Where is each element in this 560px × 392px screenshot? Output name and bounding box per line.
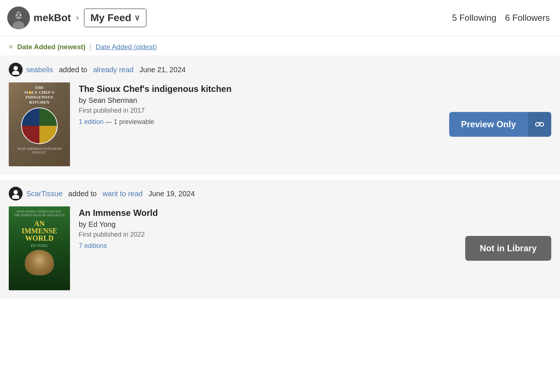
activity-date-1: June 21, 2024 (139, 66, 186, 74)
book-row-2: HOW ANIMAL SENSES REVEALTHE HIDDEN REALM… (9, 206, 551, 290)
book-title-2[interactable]: An Immense World (79, 208, 456, 218)
book-cover-1[interactable]: THESI◆UX CHEF'SINDIGENOUSKITCHEN SEAN SH… (9, 82, 70, 166)
svg-point-9 (540, 123, 544, 126)
followers-count[interactable]: 6 Followers (505, 13, 550, 23)
header-left: mekBot › My Feed ∨ (7, 7, 452, 29)
svg-point-12 (12, 195, 19, 199)
user-avatar-1 (9, 63, 23, 77)
feed-item-1: seabelis added to already read June 21, … (0, 55, 560, 175)
book-author-2: by Ed Yong (79, 220, 456, 229)
sort-icon: ≡ (9, 43, 13, 51)
book-action-1: Preview Only (449, 112, 551, 137)
book-pub-1: First published in 2017 (79, 107, 440, 115)
book-info-2: An Immense World by Ed Yong First publis… (79, 206, 456, 250)
feed-list: seabelis added to already read June 21, … (0, 55, 560, 299)
feed-activity-1: seabelis added to already read June 21, … (9, 63, 551, 77)
book-action-2: Not in Library (465, 236, 551, 261)
activity-verb-1: added to (59, 66, 87, 74)
header-stats: 5 Following 6 Followers (452, 13, 550, 23)
book-cover-2[interactable]: HOW ANIMAL SENSES REVEALTHE HIDDEN REALM… (9, 206, 70, 290)
following-count[interactable]: 5 Following (452, 13, 496, 23)
preview-only-button[interactable]: Preview Only (449, 112, 528, 137)
username-label: mekBot (34, 12, 71, 24)
activity-verb-2: added to (68, 190, 97, 198)
page-header: mekBot › My Feed ∨ 5 Following 6 Followe… (0, 0, 560, 36)
svg-point-11 (13, 190, 18, 194)
book-editions-2[interactable]: 7 editions (79, 242, 456, 250)
sort-divider: | (90, 43, 92, 51)
user-avatar-2 (9, 187, 23, 201)
audio-button[interactable] (528, 112, 551, 137)
feed-user-2[interactable]: ScarTissue (26, 190, 62, 198)
book-info-1: The Sioux Chef's indigenous kitchen by S… (79, 82, 440, 126)
sort-active: Date Added (newest) (17, 43, 85, 51)
svg-point-7 (12, 71, 19, 75)
svg-point-6 (13, 66, 18, 70)
book-author-1: by Sean Sherman (79, 96, 440, 105)
sort-oldest-link[interactable]: Date Added (oldest) (96, 43, 157, 51)
book-row-1: THESI◆UX CHEF'SINDIGENOUSKITCHEN SEAN SH… (9, 82, 551, 166)
feed-item-2: ScarTissue added to want to read June 19… (0, 179, 560, 299)
sort-bar: ≡ Date Added (newest) | Date Added (olde… (0, 36, 560, 55)
feed-activity-2: ScarTissue added to want to read June 19… (9, 187, 551, 201)
svg-rect-10 (537, 122, 542, 123)
book-title-1[interactable]: The Sioux Chef's indigenous kitchen (79, 84, 440, 94)
feed-user-1[interactable]: seabelis (26, 66, 53, 74)
chevron-down-icon: ∨ (134, 13, 140, 23)
feed-dropdown-button[interactable]: My Feed ∨ (84, 8, 147, 27)
book-editions-1[interactable]: 1 edition — 1 previewable (79, 118, 440, 126)
activity-date-2: June 19, 2024 (148, 190, 195, 198)
avatar[interactable] (7, 7, 30, 29)
feed-label: My Feed (90, 12, 131, 24)
book-pub-2: First published in 2022 (79, 231, 456, 238)
activity-shelf-2: want to read (102, 190, 143, 198)
activity-shelf-1: already read (93, 66, 133, 74)
breadcrumb-arrow: › (76, 13, 79, 23)
not-in-library-button[interactable]: Not in Library (465, 236, 551, 261)
svg-point-8 (536, 123, 539, 126)
